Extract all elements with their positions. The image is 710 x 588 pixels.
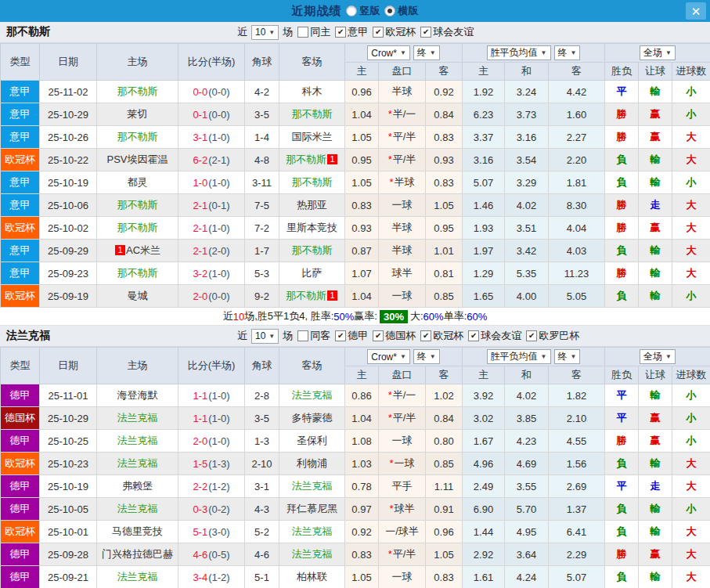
odds-changed-star: * [389,176,393,188]
summary-part: 50% [333,311,354,323]
home-odds: 1.04 [345,285,379,308]
match-row: 德甲25-10-05法兰克福0-3(0-2)4-3拜仁慕尼黑0.97*球半0.9… [1,498,710,521]
league-checkbox-2[interactable]: ✔球会友谊 [420,25,474,39]
avg-home: 1.46 [463,194,505,217]
league-badge: 德甲 [1,498,40,521]
corners: 3-1 [245,475,279,498]
away-team: 法兰克福 [279,521,345,543]
league-checkbox-0[interactable]: ✔德甲 [335,329,368,343]
league-checkbox-2[interactable]: ✔欧冠杯 [420,329,463,343]
avg-away: 4.03 [549,240,605,262]
avg-select[interactable]: 胜平负均值▼ [487,349,551,364]
avg-home: 1.44 [463,521,505,543]
layout-radio-horizontal[interactable]: 横版 [384,4,419,18]
goals-result: 大 [672,453,710,475]
league-checkbox-1[interactable]: ✔德国杯 [373,329,416,343]
home-team: 莱切 [97,103,178,126]
league-checkbox-0[interactable]: ✔意甲 [335,25,368,39]
avg-time-select[interactable]: 终▼ [554,349,581,364]
team-label: AC米兰 [126,244,160,256]
home-odds: 1.04 [345,407,379,430]
column-header: 客场 [279,44,345,81]
away-odds: 0.93 [426,149,463,171]
score-cell: 2-0(0-0) [178,285,245,308]
scope-select[interactable]: 全场▼ [640,45,676,60]
sub-column-header: 盘口 [379,63,426,81]
corners: 9-2 [245,285,279,308]
checkbox-checked-icon: ✔ [420,27,431,38]
avg-time-select[interactable]: 终▼ [554,45,581,60]
league-badge: 意甲 [1,81,40,103]
outcome-result: 負 [605,240,639,262]
corners: 2-10 [245,453,279,475]
sub-column-header: 主 [345,63,379,81]
handicap: *平/半 [379,126,426,149]
games-count-select[interactable]: 10▼ [251,329,279,344]
odds-source-select[interactable]: Crow*▼ [367,349,410,364]
odds-time-select[interactable]: 终▼ [413,45,440,60]
goals-result: 小 [672,285,710,308]
corners: 5-1 [245,566,279,588]
avg-home: 3.02 [463,407,505,430]
away-team: 法兰克福 [279,384,345,407]
matches-table: 类型日期主场比分(半场)角球客场Crow*▼终▼胜平负均值▼终▼全场▼主盘口客主… [0,347,710,588]
avg-draw: 4.00 [505,285,549,308]
dialog-title: 近期战绩 [292,4,342,19]
league-badge: 德甲 [1,384,40,407]
goals-result: 大 [672,240,710,262]
handicap-result: 輸 [639,262,672,285]
league-checkbox-4[interactable]: ✔欧罗巴杯 [526,329,579,343]
handicap: *平/半 [379,149,426,171]
chevron-down-icon: ▼ [541,353,547,360]
scope-select-value: 全场 [643,350,662,363]
close-button[interactable]: ✕ [686,2,706,20]
column-header: 主场 [97,44,178,81]
outcome-result: 負 [605,149,639,171]
avg-select[interactable]: 胜平负均值▼ [487,45,551,60]
home-team: 那不勒斯 [97,217,178,240]
score-cell: 0-3(0-2) [178,498,245,521]
league-badge: 欧冠杯 [1,149,40,171]
match-row: 意甲25-09-23那不勒斯3-2(1-0)5-3比萨1.07球半0.811.2… [1,262,710,285]
team-label: 法兰克福 [292,480,333,492]
avg-away: 8.30 [549,194,605,217]
same-venue-checkbox[interactable]: 同客 [297,329,330,343]
league-checkbox-0-label: 意甲 [348,25,368,39]
layout-radio-vertical[interactable]: 竖版 [346,4,380,18]
games-label: 场 [283,25,293,39]
odds-dropdown-group: Crow*▼终▼ [345,348,463,366]
fulltime-score: 2-2 [193,481,207,492]
odds-source-select[interactable]: Crow*▼ [367,45,410,60]
league-checkbox-3[interactable]: ✔球会友谊 [468,329,521,343]
summary-part: 30% [380,310,408,323]
odds-changed-star: * [388,389,392,401]
league-checkbox-1[interactable]: ✔欧冠杯 [373,25,416,39]
team-label: 都灵 [128,176,148,188]
handicap-result: 輸 [639,81,672,103]
home-team: 那不勒斯 [97,194,178,217]
column-header: 类型 [1,44,40,81]
sub-column-header: 和 [505,366,549,384]
avg-away: 2.20 [549,149,605,171]
corners: 4-2 [245,81,279,103]
close-icon: ✕ [691,5,701,17]
team-label: 曼城 [128,290,148,301]
match-date: 25-10-19 [40,171,97,194]
goals-result: 大 [672,475,710,498]
games-count-select[interactable]: 10▼ [251,25,279,40]
goals-result: 大 [672,194,710,217]
sub-column-header: 盘口 [379,366,426,384]
handicap: *半球 [379,171,426,194]
match-date: 25-10-22 [40,149,97,171]
column-header: 日期 [40,44,97,81]
scope-select[interactable]: 全场▼ [640,349,676,364]
odds-time-select[interactable]: 终▼ [413,349,440,364]
match-row: 德甲25-10-25法兰克福2-0(1-0)1-3圣保利1.08一球0.801.… [1,430,710,453]
outcome-result: 負 [605,521,639,543]
halftime-score: (0-0) [208,290,229,302]
fulltime-score: 5-1 [193,526,207,538]
halftime-score: (2-0) [208,245,229,257]
avg-away: 5.05 [549,285,605,308]
league-checkbox-1-label: 欧冠杯 [385,25,416,39]
same-venue-checkbox[interactable]: 同主 [297,25,330,39]
